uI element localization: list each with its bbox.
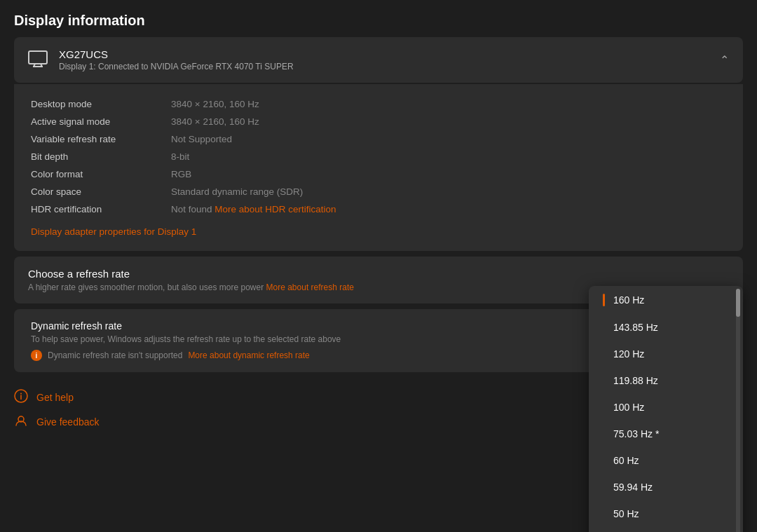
row-value: 3840 × 2160, 160 Hz [171,95,726,113]
refresh-rate-dropdown[interactable]: 160 Hz143.85 Hz120 Hz119.88 Hz100 Hz75.0… [589,286,743,532]
dropdown-item[interactable]: 100 Hz [589,394,743,421]
row-value: Not found More about HDR certification [171,200,726,218]
scrollbar-thumb[interactable] [736,289,740,317]
give-feedback-label: Give feedback [36,416,100,428]
dropdown-item-label: 75.03 Hz * [613,428,659,439]
refresh-rate-desc-text: A higher rate gives smoother motion, but… [28,282,266,292]
dropdown-item[interactable]: 30 Hz [589,527,743,532]
row-value: 3840 × 2160, 160 Hz [171,113,726,130]
dropdown-item[interactable]: 143.85 Hz [589,314,743,341]
table-row: Color format RGB [31,165,726,183]
refresh-rate-link[interactable]: More about refresh rate [266,282,354,292]
feedback-icon [14,414,28,430]
row-value: Standard dynamic range (SDR) [171,183,726,200]
monitor-card-left: XG27UCS Display 1: Connected to NVIDIA G… [28,48,294,71]
scrollbar-track[interactable] [736,289,740,532]
row-value: Not Supported [171,130,726,148]
get-help-label: Get help [36,392,74,403]
monitor-subtitle: Display 1: Connected to NVIDIA GeForce R… [59,62,294,71]
row-label: Bit depth [31,148,171,165]
adapter-properties-link[interactable]: Display adapter properties for Display 1 [31,226,196,237]
dropdown-item-label: 143.85 Hz [613,322,658,333]
row-label: HDR certification [31,200,171,218]
row-label: Variable refresh rate [31,130,171,148]
page-title: Display information [0,0,757,37]
table-row: Bit depth 8-bit [31,148,726,165]
table-row: Active signal mode 3840 × 2160, 160 Hz [31,113,726,130]
dropdown-item[interactable]: 60 Hz [589,447,743,474]
dropdown-item-label: 160 Hz [613,294,644,306]
dropdown-item[interactable]: 119.88 Hz [589,367,743,394]
monitor-info: XG27UCS Display 1: Connected to NVIDIA G… [59,48,294,71]
svg-point-5 [20,393,22,395]
svg-rect-0 [29,51,47,64]
dropdown-item[interactable]: 50 Hz [589,500,743,527]
dropdown-item-label: 60 Hz [613,455,639,466]
monitor-icon [28,50,48,69]
hdr-link[interactable]: More about HDR certification [214,204,336,214]
info-circle-icon: i [31,350,42,361]
display-info-section: Desktop mode 3840 × 2160, 160 Hz Active … [14,84,743,251]
row-label: Active signal mode [31,113,171,130]
dropdown-item[interactable]: 59.94 Hz [589,474,743,500]
table-row: Variable refresh rate Not Supported [31,130,726,148]
row-value: 8-bit [171,148,726,165]
selected-indicator [603,294,605,306]
dropdown-item[interactable]: 160 Hz [589,286,743,314]
table-row: Color space Standard dynamic range (SDR) [31,183,726,200]
row-label: Desktop mode [31,95,171,113]
chevron-up-icon[interactable]: ⌃ [720,53,729,67]
dropdown-item-label: 59.94 Hz [613,482,653,493]
monitor-card[interactable]: XG27UCS Display 1: Connected to NVIDIA G… [14,37,743,83]
dynamic-refresh-link[interactable]: More about dynamic refresh rate [188,350,309,360]
dropdown-item-label: 100 Hz [613,402,644,413]
monitor-name: XG27UCS [59,48,294,60]
dropdown-item[interactable]: 75.03 Hz * [589,421,743,447]
row-label: Color format [31,165,171,183]
dropdown-item-label: 120 Hz [613,348,644,360]
dynamic-status-text: Dynamic refresh rate isn't supported [48,350,182,360]
dropdown-item-label: 119.88 Hz [613,375,658,386]
help-icon [14,389,28,405]
refresh-rate-title: Choose a refresh rate [28,268,729,280]
dropdown-items-container: 160 Hz143.85 Hz120 Hz119.88 Hz100 Hz75.0… [589,286,743,532]
row-label: Color space [31,183,171,200]
row-value: RGB [171,165,726,183]
info-table: Desktop mode 3840 × 2160, 160 Hz Active … [31,95,726,218]
dropdown-item[interactable]: 120 Hz [589,341,743,367]
page-container: Display information XG27UCS Display 1: C… [0,0,757,532]
table-row: HDR certification Not found More about H… [31,200,726,218]
dropdown-item-label: 50 Hz [613,508,639,519]
table-row: Desktop mode 3840 × 2160, 160 Hz [31,95,726,113]
